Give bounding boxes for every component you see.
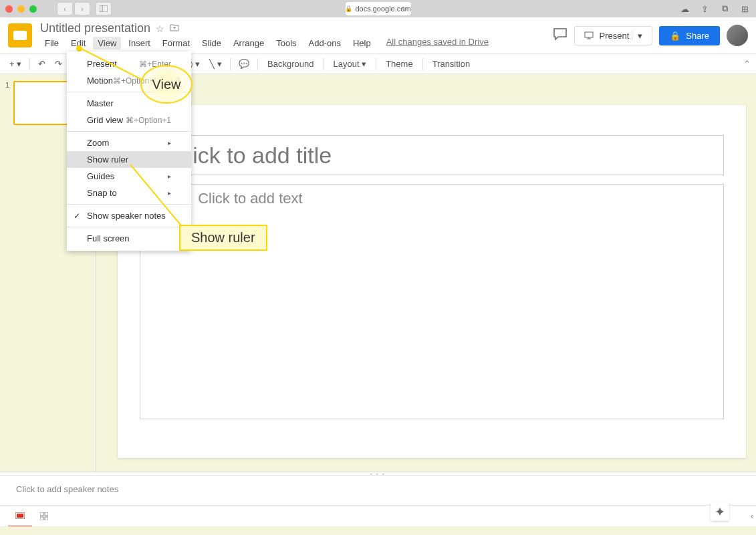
forward-button[interactable]: › xyxy=(74,2,90,15)
separator xyxy=(67,131,191,132)
menu-addons[interactable]: Add-ons xyxy=(304,37,346,49)
comments-icon[interactable] xyxy=(553,27,568,44)
slide-number: 1 xyxy=(5,81,9,125)
slide-canvas-area: Click to add title Click to add text xyxy=(96,74,756,471)
doc-title-row: Untitled presentation ☆ xyxy=(40,21,553,35)
theme-button[interactable]: Theme xyxy=(380,56,418,72)
svg-rect-8 xyxy=(17,514,23,518)
reload-icon[interactable]: ↻ xyxy=(402,5,407,13)
tabs-icon[interactable]: ⊞ xyxy=(739,3,751,15)
separator xyxy=(29,58,30,70)
browser-actions: ☁ ⇪ ⧉ ⊞ xyxy=(678,3,751,15)
svg-rect-0 xyxy=(100,5,108,12)
separator xyxy=(323,58,324,70)
share-label: Share xyxy=(686,31,709,41)
menu-show-ruler-label: Show ruler xyxy=(87,154,128,165)
subtitle-placeholder[interactable]: Click to add text xyxy=(140,184,724,419)
slides-logo-icon xyxy=(13,31,27,40)
show-ruler-callout-label: Show ruler xyxy=(191,230,255,245)
menu-format[interactable]: Format xyxy=(158,37,195,49)
address-bar[interactable]: 🔒 docs.google.com ↻ xyxy=(345,2,410,15)
menu-tools[interactable]: Tools xyxy=(271,37,301,49)
view-callout: View xyxy=(140,65,193,104)
copy-icon[interactable]: ⧉ xyxy=(719,3,731,15)
subtitle-text: Click to add text xyxy=(198,190,303,207)
share-icon[interactable]: ⇪ xyxy=(699,3,711,15)
svg-rect-9 xyxy=(40,512,43,516)
resize-dots-icon: • • • xyxy=(370,471,386,477)
browser-nav: ‹ › xyxy=(57,2,90,15)
redo-button[interactable]: ↷ xyxy=(51,56,66,72)
save-status[interactable]: All changes saved in Drive xyxy=(386,37,489,49)
present-label: Present xyxy=(599,31,629,41)
svg-rect-2 xyxy=(585,32,593,37)
menu-slide[interactable]: Slide xyxy=(197,37,226,49)
move-to-folder-icon[interactable] xyxy=(170,23,179,33)
user-avatar[interactable] xyxy=(727,25,748,46)
callout-line-view xyxy=(77,45,144,92)
menu-grid-view[interactable]: Grid view ⌘+Option+1 xyxy=(67,112,191,128)
line-button[interactable]: ╲ ▾ xyxy=(205,56,226,72)
maximize-window[interactable] xyxy=(29,5,37,13)
menu-help[interactable]: Help xyxy=(348,37,376,49)
cloud-icon[interactable]: ☁ xyxy=(678,3,690,15)
close-window[interactable] xyxy=(5,5,13,13)
slide-canvas[interactable]: Click to add title Click to add text xyxy=(118,105,746,458)
speaker-notes-placeholder: Click to add speaker notes xyxy=(16,484,118,494)
menu-master-label: Master xyxy=(87,98,114,108)
menu-grid-view-label: Grid view xyxy=(87,115,123,125)
filmstrip-view-tab[interactable] xyxy=(8,506,32,527)
svg-line-6 xyxy=(130,165,187,233)
undo-button[interactable]: ↶ xyxy=(34,56,49,72)
back-button[interactable]: ‹ xyxy=(57,2,73,15)
present-dropdown-arrow[interactable]: ▾ xyxy=(632,31,642,41)
grid-view-tab[interactable] xyxy=(32,506,56,527)
separator xyxy=(376,58,376,70)
svg-rect-12 xyxy=(45,517,48,520)
view-callout-label: View xyxy=(152,77,181,92)
menu-file[interactable]: File xyxy=(40,37,64,49)
new-slide-button[interactable]: + ▾ xyxy=(5,56,25,72)
separator xyxy=(257,58,258,70)
share-button[interactable]: 🔒 Share xyxy=(659,26,720,45)
svg-rect-10 xyxy=(45,512,48,516)
menu-snap-to-label: Snap to xyxy=(87,188,117,198)
sidebar-toggle[interactable] xyxy=(96,2,112,15)
present-icon xyxy=(584,31,594,39)
slides-logo[interactable] xyxy=(8,23,32,47)
layout-button[interactable]: Layout ▾ xyxy=(328,56,372,72)
window-controls xyxy=(5,5,37,13)
menu-full-screen-label: Full screen xyxy=(87,233,130,243)
separator xyxy=(230,58,231,70)
submenu-arrow-icon: ▸ xyxy=(168,139,171,146)
speaker-notes[interactable]: Click to add speaker notes xyxy=(0,475,756,505)
present-button[interactable]: Present ▾ xyxy=(574,26,652,45)
menu-arrange[interactable]: Arrange xyxy=(229,37,269,49)
side-panel-toggle-icon[interactable]: ‹ xyxy=(751,512,753,521)
doc-title[interactable]: Untitled presentation xyxy=(40,21,150,35)
background-button[interactable]: Background xyxy=(262,56,319,72)
lock-icon: 🔒 xyxy=(670,31,680,41)
check-icon: ✓ xyxy=(74,211,80,221)
comment-button[interactable]: 💬 xyxy=(235,56,253,72)
minimize-window[interactable] xyxy=(17,5,25,13)
menu-grid-view-shortcut: ⌘+Option+1 xyxy=(126,116,171,125)
star-icon[interactable]: ☆ xyxy=(156,23,164,34)
bottom-bar: ‹ xyxy=(0,505,756,526)
browser-chrome: ‹ › 🔒 docs.google.com ↻ ☁ ⇪ ⧉ ⊞ xyxy=(0,0,756,17)
menu-zoom-label: Zoom xyxy=(87,138,109,148)
explore-button[interactable] xyxy=(711,502,729,521)
transition-button[interactable]: Transition xyxy=(427,56,476,72)
svg-rect-11 xyxy=(40,517,43,520)
menu-zoom[interactable]: Zoom ▸ xyxy=(67,134,191,151)
view-mode-tabs xyxy=(8,506,56,527)
lock-icon: 🔒 xyxy=(345,5,352,12)
svg-line-5 xyxy=(79,47,144,82)
separator xyxy=(422,58,423,70)
show-ruler-callout: Show ruler xyxy=(179,225,267,251)
title-placeholder[interactable]: Click to add title xyxy=(140,135,724,175)
menu-guides-label: Guides xyxy=(87,171,114,181)
collapse-toolbar-icon[interactable]: ⌃ xyxy=(743,59,751,69)
header-right: Present ▾ 🔒 Share xyxy=(553,25,748,46)
